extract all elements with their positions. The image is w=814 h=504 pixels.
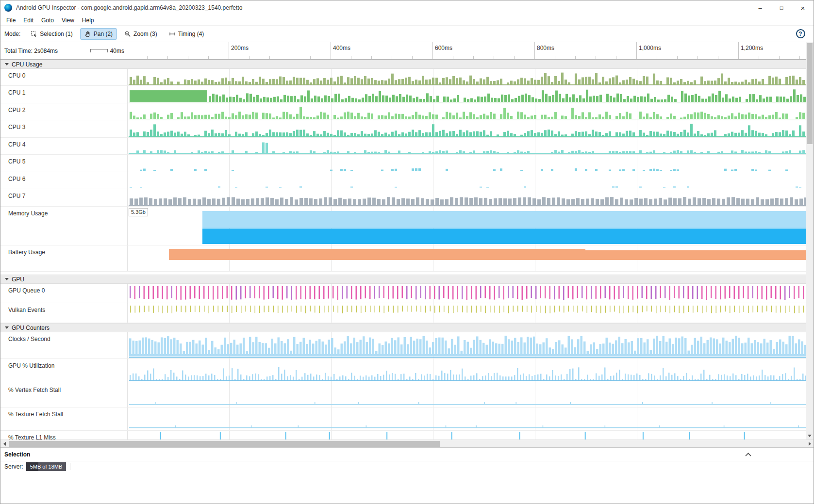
track-label: % Texture L1 Miss <box>0 431 127 439</box>
track-canvas <box>128 207 814 245</box>
mode-button-selection[interactable]: Selection (1) <box>26 28 77 40</box>
maximize-button[interactable]: □ <box>771 0 792 15</box>
track-row-vertex-fetch-stall: % Vertex Fetch Stall <box>0 383 814 407</box>
collapse-panel-button[interactable] <box>745 453 751 456</box>
track-row-cpu-2: CPU 2 <box>0 103 814 120</box>
close-button[interactable]: × <box>792 0 814 15</box>
track-chart-battery-usage[interactable] <box>127 245 814 271</box>
track-chart-vulkan-events[interactable] <box>127 303 814 323</box>
track-chart-gpu-utilization[interactable] <box>127 359 814 383</box>
track-canvas <box>128 138 814 154</box>
track-row-vulkan-events: Vulkan Events <box>0 303 814 323</box>
track-chart-memory-usage[interactable]: 5.3Gb <box>127 207 814 245</box>
track-row-cpu-6: CPU 6 <box>0 172 814 189</box>
menu-bar: FileEditGotoViewHelp <box>0 15 814 26</box>
track-canvas <box>128 155 814 172</box>
ruler-left-panel: Total Time: 2s084ms 40ms <box>0 42 127 59</box>
menu-item-help[interactable]: Help <box>78 15 98 25</box>
track-chart-gpu-queue-0[interactable] <box>127 284 814 303</box>
track-label: CPU 4 <box>0 138 127 154</box>
scroll-left-button[interactable] <box>0 440 8 448</box>
track-canvas <box>128 332 814 358</box>
track-canvas <box>128 103 814 120</box>
section-header-gpu[interactable]: GPU <box>0 275 814 284</box>
mode-button-label: Selection (1) <box>40 31 72 37</box>
horizontal-scrollbar[interactable] <box>0 439 814 447</box>
track-chart-cpu-0[interactable] <box>127 69 814 85</box>
track-canvas <box>128 383 814 407</box>
track-chart-cpu-1[interactable] <box>127 86 814 103</box>
track-chart-texture-l1-miss[interactable] <box>127 431 814 439</box>
track-chart-cpu-6[interactable] <box>127 172 814 189</box>
scroll-down-button[interactable] <box>806 432 814 439</box>
scroll-right-button[interactable] <box>806 440 814 448</box>
track-row-cpu-1: CPU 1 <box>0 86 814 103</box>
track-row-battery-usage: Battery Usage <box>0 245 814 272</box>
help-button[interactable]: ? <box>794 28 807 40</box>
app-icon <box>4 4 12 12</box>
track-canvas <box>128 303 814 323</box>
menu-item-edit[interactable]: Edit <box>19 15 37 25</box>
track-canvas <box>128 245 814 271</box>
chevron-right-icon <box>809 442 811 446</box>
track-label: Memory Usage <box>0 207 127 245</box>
memory-value-label: 5.3Gb <box>129 208 148 216</box>
mode-button-timing[interactable]: Timing (4) <box>165 28 209 40</box>
horizontal-scroll-track[interactable] <box>8 440 806 448</box>
ruler-tick-label: 400ms <box>333 45 350 51</box>
track-chart-vertex-fetch-stall[interactable] <box>127 383 814 407</box>
track-chart-cpu-5[interactable] <box>127 155 814 172</box>
ruler-tick-label: 600ms <box>435 45 452 51</box>
vertical-scrollbar[interactable] <box>806 42 814 439</box>
mode-button-label: Timing (4) <box>178 31 204 37</box>
scale-widget: 40ms <box>90 48 124 54</box>
track-label: GPU % Utilization <box>0 359 127 383</box>
track-chart-cpu-4[interactable] <box>127 138 814 154</box>
timeline-area: Total Time: 2s084ms 40ms 200ms400ms600ms… <box>0 42 814 439</box>
statusbar-separator <box>70 463 70 470</box>
menu-item-view[interactable]: View <box>58 15 78 25</box>
horizontal-scrollbar-thumb[interactable] <box>9 441 440 447</box>
mode-button-pan[interactable]: Pan (2) <box>80 28 117 40</box>
time-ruler: Total Time: 2s084ms 40ms 200ms400ms600ms… <box>0 42 814 60</box>
mode-label: Mode: <box>4 31 20 37</box>
track-chart-cpu-2[interactable] <box>127 103 814 120</box>
section-header-gpu-counters[interactable]: GPU Counters <box>0 323 814 332</box>
track-canvas <box>128 284 814 303</box>
status-bar: Server: 5MB of 18MB <box>0 461 814 471</box>
track-label: Battery Usage <box>0 245 127 271</box>
track-label: CPU 7 <box>0 189 127 206</box>
menu-item-goto[interactable]: Goto <box>37 15 58 25</box>
track-row-cpu-5: CPU 5 <box>0 155 814 172</box>
pan-icon <box>84 31 91 37</box>
track-chart-clocks-second[interactable] <box>127 332 814 358</box>
window-controls: – □ × <box>749 0 814 15</box>
ruler-tick-label: 1,000ms <box>639 45 661 51</box>
track-chart-texture-fetch-stall[interactable] <box>127 407 814 430</box>
tracks-viewport: CPU UsageCPU 0CPU 1CPU 2CPU 3CPU 4CPU 5C… <box>0 60 814 439</box>
track-canvas <box>128 189 814 206</box>
track-chart-cpu-7[interactable] <box>127 189 814 206</box>
track-label: Vulkan Events <box>0 303 127 323</box>
selection-panel-header[interactable]: Selection <box>0 447 814 461</box>
collapse-caret-icon <box>5 326 9 329</box>
minimize-button[interactable]: – <box>749 0 771 15</box>
help-icon: ? <box>796 29 805 38</box>
section-header-cpu-usage[interactable]: CPU Usage <box>0 60 814 69</box>
track-label: % Vertex Fetch Stall <box>0 383 127 407</box>
collapse-caret-icon <box>5 278 9 280</box>
scale-value-label: 40ms <box>110 48 124 54</box>
mode-buttons: Selection (1)Pan (2)Zoom (3)Timing (4) <box>26 28 211 40</box>
ruler-tick-label: 1,200ms <box>741 45 763 51</box>
chevron-down-icon <box>808 435 812 437</box>
menu-item-file[interactable]: File <box>2 15 19 25</box>
total-time-label: Total Time: 2s084ms <box>4 48 58 54</box>
vertical-scrollbar-thumb[interactable] <box>807 43 813 144</box>
track-chart-cpu-3[interactable] <box>127 120 814 137</box>
track-row-gpu-utilization: GPU % Utilization <box>0 359 814 383</box>
mode-button-zoom[interactable]: Zoom (3) <box>120 28 162 40</box>
ruler-scale[interactable]: 200ms400ms600ms800ms1,000ms1,200ms <box>127 42 814 59</box>
server-memory-badge: 5MB of 18MB <box>26 462 66 471</box>
track-row-gpu-queue-0: GPU Queue 0 <box>0 284 814 303</box>
server-label: Server: <box>4 463 23 470</box>
